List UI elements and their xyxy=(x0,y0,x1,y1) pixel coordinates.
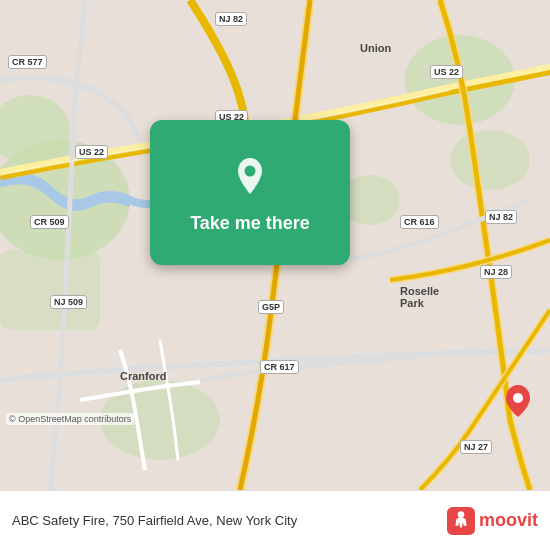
road-label: G5P xyxy=(258,300,284,314)
destination-pin xyxy=(504,384,532,422)
location-pin-icon xyxy=(224,151,276,203)
bottom-bar: ABC Safety Fire, 750 Fairfield Ave, New … xyxy=(0,490,550,550)
moovit-text: moovit xyxy=(479,510,538,531)
svg-point-11 xyxy=(458,511,465,518)
road-label: CR 617 xyxy=(260,360,299,374)
svg-rect-7 xyxy=(0,250,100,330)
svg-point-4 xyxy=(450,130,530,190)
road-label: NJ 82 xyxy=(485,210,517,224)
svg-point-9 xyxy=(513,393,523,403)
address-text: ABC Safety Fire, 750 Fairfield Ave, New … xyxy=(12,513,437,528)
moovit-logo: moovit xyxy=(447,507,538,535)
road-label: CR 509 xyxy=(30,215,69,229)
map-container: NJ 82US 22US 22US 22CR 577CR 509NJ 82CR … xyxy=(0,0,550,490)
road-label: US 22 xyxy=(430,65,463,79)
road-label: NJ 27 xyxy=(460,440,492,454)
road-label: NJ 28 xyxy=(480,265,512,279)
take-me-label: Take me there xyxy=(190,213,310,234)
moovit-brand-icon xyxy=(447,507,475,535)
road-label: CR 577 xyxy=(8,55,47,69)
road-label: NJ 82 xyxy=(215,12,247,26)
road-label: NJ 509 xyxy=(50,295,87,309)
svg-point-8 xyxy=(245,166,256,177)
road-label: US 22 xyxy=(75,145,108,159)
osm-attribution: © OpenStreetMap contributors xyxy=(6,413,134,425)
take-me-button[interactable]: Take me there xyxy=(150,120,350,265)
road-label: CR 616 xyxy=(400,215,439,229)
